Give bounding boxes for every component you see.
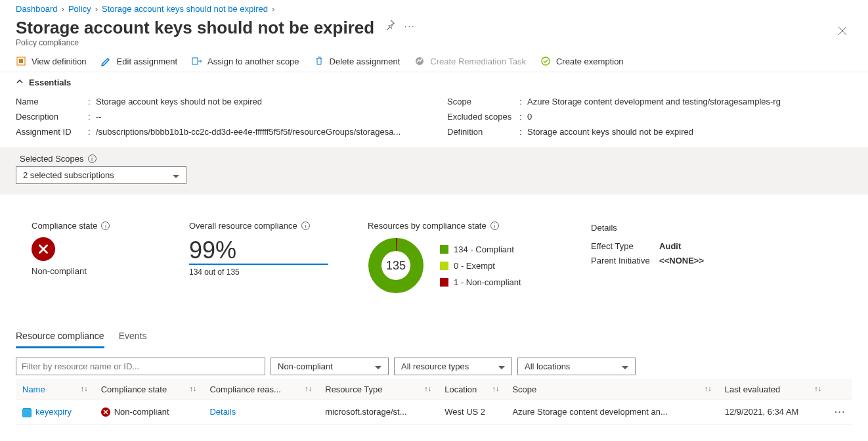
- detail-value: Audit: [659, 241, 681, 251]
- kv-label: Scope: [447, 97, 519, 106]
- delete-assignment-button[interactable]: Delete assignment: [314, 56, 401, 66]
- location-filter[interactable]: All locations: [517, 358, 636, 375]
- essentials-toggle[interactable]: Essentials: [0, 72, 868, 93]
- non-compliant-icon: [32, 237, 55, 261]
- toolbar-label: Create Remediation Task: [430, 57, 526, 66]
- col-location[interactable]: Location↑↓: [438, 379, 506, 400]
- resource-name-link[interactable]: keyexpiry: [35, 407, 72, 417]
- resource-type-filter[interactable]: All resource types: [394, 358, 512, 375]
- kv-label: Name: [16, 97, 88, 106]
- more-icon[interactable]: ···: [404, 21, 416, 31]
- details-card: Details Effect TypeAudit Parent Initiati…: [591, 221, 709, 268]
- view-definition-button[interactable]: View definition: [16, 56, 87, 66]
- chevron-down-icon: [173, 170, 179, 180]
- overall-sub: 134 out of 135: [189, 267, 328, 277]
- legend-item: 134 - Compliant: [440, 244, 521, 254]
- kv-value: Storage account keys should not be expir…: [96, 97, 421, 106]
- exemption-icon: [540, 56, 551, 66]
- pin-icon[interactable]: [385, 20, 395, 32]
- assign-icon: [192, 56, 202, 66]
- donut-total: 135: [368, 237, 424, 294]
- legend-item: 1 - Non-compliant: [440, 277, 521, 287]
- essentials-label: Essentials: [29, 78, 71, 87]
- chevron-down-icon: [375, 361, 381, 371]
- col-compliance-state[interactable]: Compliance state↑↓: [95, 379, 204, 400]
- swatch-icon: [440, 278, 448, 287]
- scope-cell: Azure Storage content development an...: [506, 400, 718, 425]
- info-icon[interactable]: i: [88, 154, 97, 163]
- chevron-up-icon: [16, 78, 24, 87]
- detail-value: <<NONE>>: [659, 256, 704, 266]
- chevron-down-icon: [498, 361, 505, 371]
- essentials-panel: Name:Storage account keys should not be …: [0, 93, 868, 147]
- swatch-icon: [440, 262, 448, 270]
- toolbar-label: Create exemption: [556, 57, 624, 66]
- breadcrumb-link[interactable]: Dashboard: [16, 4, 58, 14]
- col-name[interactable]: Name↑↓: [16, 379, 95, 400]
- scopes-select[interactable]: 2 selected subscriptions: [16, 166, 186, 184]
- trash-icon: [314, 56, 324, 66]
- card-title: Resources by compliance state: [368, 221, 487, 231]
- location-cell: West US 2: [438, 400, 506, 425]
- kv-label: Definition: [447, 127, 519, 137]
- create-remediation-button: Create Remediation Task: [414, 56, 526, 66]
- breadcrumb-link[interactable]: Policy: [68, 4, 91, 14]
- table-row[interactable]: keyexpiry Non-compliant Details microsof…: [16, 400, 852, 425]
- donut-chart: 135: [368, 237, 424, 294]
- kv-value: /subscriptions/bbbb1b1b-cc2c-dd3d-ee4e-f…: [96, 127, 421, 137]
- definition-icon: [16, 56, 26, 66]
- page-subtitle: Policy compliance: [16, 38, 416, 47]
- close-button[interactable]: [833, 15, 852, 49]
- chevron-right-icon: ›: [272, 4, 274, 14]
- kv-value: 0: [527, 112, 852, 122]
- filter-text: All locations: [525, 361, 570, 371]
- resource-table: Name↑↓ Compliance state↑↓ Compliance rea…: [16, 379, 852, 425]
- non-compliant-icon: [101, 407, 110, 417]
- scopes-label: Selected Scopes: [20, 154, 84, 164]
- compliance-state-text: Non-compliant: [32, 266, 150, 276]
- scopes-selected-text: 2 selected subscriptions: [23, 170, 114, 180]
- filter-text: Non-compliant: [278, 361, 333, 371]
- legend-item: 0 - Exempt: [440, 261, 521, 271]
- tabs: Resource compliance Events: [0, 307, 868, 348]
- tab-resource-compliance[interactable]: Resource compliance: [16, 327, 104, 348]
- assign-scope-button[interactable]: Assign to another scope: [192, 56, 299, 66]
- compliance-filter[interactable]: Non-compliant: [271, 358, 389, 375]
- info-icon[interactable]: i: [490, 221, 499, 230]
- overall-percent: 99%: [189, 237, 328, 265]
- filter-input[interactable]: [16, 358, 265, 375]
- col-resource-type[interactable]: Resource Type↑↓: [318, 379, 438, 400]
- resource-type-cell: microsoft.storage/st...: [318, 400, 438, 425]
- chevron-right-icon: ›: [95, 4, 98, 14]
- last-evaluated-cell: 12/9/2021, 6:34 AM: [718, 400, 828, 425]
- kv-value: Storage account keys should not be expir…: [527, 127, 852, 137]
- col-scope[interactable]: Scope↑↓: [506, 379, 718, 400]
- kv-label: Assignment ID: [16, 127, 88, 137]
- kv-label: Description: [16, 112, 88, 122]
- overall-compliance-card: Overall resource compliance i 99% 134 ou…: [189, 221, 328, 277]
- col-last-evaluated[interactable]: Last evaluated↑↓: [718, 379, 828, 400]
- donut-legend: 134 - Compliant 0 - Exempt 1 - Non-compl…: [440, 244, 521, 287]
- tab-events[interactable]: Events: [119, 327, 147, 348]
- kv-value: --: [96, 112, 421, 122]
- row-menu-button[interactable]: ···: [828, 400, 852, 425]
- by-state-card: Resources by compliance state i 135 134 …: [368, 221, 552, 294]
- chevron-right-icon: ›: [62, 4, 64, 14]
- detail-label: Effect Type: [591, 239, 659, 254]
- edit-assignment-button[interactable]: Edit assignment: [101, 56, 178, 66]
- chevron-down-icon: [622, 361, 628, 371]
- breadcrumb-link[interactable]: Storage account keys should not be expir…: [102, 4, 268, 14]
- info-icon[interactable]: i: [101, 221, 110, 230]
- page-title: Storage account keys should not be expir…: [16, 18, 374, 38]
- details-link[interactable]: Details: [209, 407, 236, 417]
- toolbar-label: View definition: [32, 57, 87, 66]
- kv-value: Azure Storage content development and te…: [527, 97, 852, 106]
- card-title: Compliance state: [32, 221, 97, 231]
- create-exemption-button[interactable]: Create exemption: [540, 56, 624, 66]
- storage-icon: [22, 408, 32, 417]
- col-compliance-reason[interactable]: Compliance reas...↑↓: [203, 379, 318, 400]
- card-title: Overall resource compliance: [189, 221, 297, 231]
- info-icon[interactable]: i: [301, 221, 310, 230]
- toolbar-label: Assign to another scope: [207, 57, 299, 66]
- card-title: Details: [591, 221, 709, 235]
